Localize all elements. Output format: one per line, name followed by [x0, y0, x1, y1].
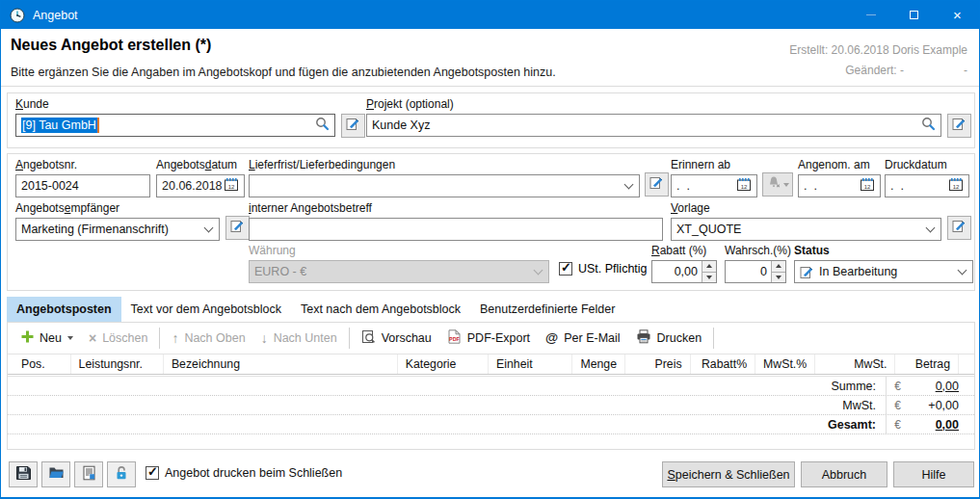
help-button[interactable]: Hilfe [893, 461, 974, 487]
spin-up-icon[interactable] [772, 261, 785, 273]
vorlage-value: XT_QUOTE [676, 223, 741, 236]
neu-button[interactable]: Neu [13, 327, 81, 350]
calendar-icon[interactable]: 12 [860, 177, 875, 195]
loeschen-button[interactable]: × Löschen [81, 328, 155, 349]
spinner-buttons[interactable] [702, 261, 716, 282]
column-header-einheit[interactable]: Einheit [489, 355, 572, 374]
wahrsch-spinner[interactable]: 0 [725, 260, 786, 283]
waehrung-value: EURO - € [254, 265, 306, 278]
angebotsempfaenger-combobox[interactable]: Marketing (Firmenanschrift) [15, 218, 220, 241]
vorlage-combobox[interactable]: XT_QUOTE [671, 218, 941, 241]
vorlage-edit-button[interactable] [947, 216, 971, 240]
kunde-input[interactable]: [9] Tau GmbH [15, 114, 335, 137]
close-button[interactable]: × [936, 1, 979, 29]
tab-benutzerdefinierte-felder[interactable]: Benutzerdefinierte Felder [470, 297, 624, 322]
bell-off-icon [767, 175, 781, 194]
modified-text: Geändert: -- [789, 61, 967, 81]
cancel-button[interactable]: Abbruch [801, 461, 887, 487]
spin-down-icon[interactable] [772, 273, 785, 283]
calendar-icon[interactable]: 12 [736, 177, 752, 195]
currency-symbol: € [886, 377, 909, 395]
chevron-down-icon [783, 183, 789, 187]
column-header-mwst-prozent[interactable]: MwSt.% [755, 355, 815, 374]
report-button[interactable] [74, 461, 103, 487]
unlock-button[interactable] [107, 461, 136, 487]
wahrsch-label: Wahrsch.(%) [725, 244, 786, 257]
angebot-window: Angebot × Neues Angebot erstellen (*) Er… [0, 0, 980, 499]
column-header-kategorie[interactable]: Kategorie [398, 355, 489, 374]
maximize-button[interactable] [892, 1, 936, 29]
created-text: Erstellt: 20.06.2018 Doris Example [789, 40, 967, 61]
kunde-search-icon[interactable] [315, 117, 330, 134]
tab-angebotsposten[interactable]: Angebotsposten [7, 297, 121, 322]
text-caret [97, 118, 99, 133]
reminder-bell-button[interactable] [762, 172, 793, 197]
nach-oben-button[interactable]: ↑ Nach Oben [164, 328, 252, 349]
projekt-input[interactable]: Kunde Xyz [366, 114, 941, 137]
angebotsnr-input[interactable]: 2015-0024 [15, 174, 150, 197]
column-header-bezeichnung[interactable]: Bezeichnung [164, 355, 398, 374]
window-title: Angebot [33, 9, 78, 22]
angenom-am-value: . . [804, 179, 817, 193]
spin-down-icon[interactable] [702, 273, 716, 283]
svg-text:12: 12 [741, 184, 748, 190]
druckdatum-input[interactable]: . . 12 [885, 174, 969, 197]
ust-pflichtig-checkbox[interactable] [559, 262, 572, 276]
tab-text-nach-angebotsblock[interactable]: Text nach dem Angebotsblock [291, 297, 470, 322]
column-header-mwst[interactable]: MwSt. [815, 355, 895, 374]
nach-unten-button[interactable]: ↓ Nach Unten [253, 328, 345, 349]
arrow-down-icon: ↓ [261, 331, 268, 345]
vorschau-button[interactable]: Vorschau [354, 326, 439, 351]
open-folder-button[interactable] [41, 461, 70, 487]
folder-icon [48, 465, 65, 484]
tab-text-vor-angebotsblock[interactable]: Text vor dem Angebotsblock [121, 297, 291, 322]
projekt-value: Kunde Xyz [372, 118, 430, 132]
chevron-down-icon [204, 223, 214, 232]
minimize-button[interactable] [849, 1, 892, 29]
save-button[interactable] [9, 461, 38, 487]
betreff-label: interner Angebotsbetreff [249, 201, 663, 215]
status-combobox[interactable]: In Bearbeitung [794, 260, 973, 283]
column-header-rabatt[interactable]: Rabatt% [691, 355, 756, 374]
report-icon [82, 465, 96, 485]
betreff-input[interactable] [249, 218, 663, 241]
rabatt-spinner[interactable]: 0,00 [651, 260, 717, 283]
projekt-edit-button[interactable] [947, 114, 971, 138]
drucken-button[interactable]: Drucken [628, 326, 710, 351]
print-on-close-checkbox[interactable] [146, 466, 159, 480]
plus-icon [21, 330, 34, 346]
lieferfrist-edit-button[interactable] [645, 172, 669, 197]
svg-text:12: 12 [953, 184, 960, 190]
ust-pflichtig-label: USt. Pflichtig [578, 262, 648, 276]
edit-icon [952, 219, 967, 237]
print-on-close-option[interactable]: Angebot drucken beim Schließen [146, 466, 342, 480]
per-email-button[interactable]: @ Per E-Mail [538, 328, 628, 349]
kunde-edit-button[interactable] [341, 114, 365, 138]
erinnern-ab-input[interactable]: . . 12 [671, 174, 757, 197]
column-header-leistungsnr[interactable]: Leistungsnr. [71, 355, 164, 374]
status-label: Status [794, 244, 973, 257]
projekt-search-icon[interactable] [921, 117, 936, 134]
spin-up-icon[interactable] [702, 261, 716, 273]
chevron-down-icon [534, 265, 543, 275]
angebotsempfaenger-edit-button[interactable] [225, 216, 250, 240]
print-on-close-label: Angebot drucken beim Schließen [165, 466, 342, 480]
column-header-menge[interactable]: Menge [572, 355, 625, 374]
angebotsnr-label: Angebotsnr. [15, 158, 150, 171]
column-header-preis[interactable]: Preis [625, 355, 691, 374]
lieferfrist-combobox[interactable] [249, 174, 640, 197]
svg-text:PDF: PDF [449, 336, 460, 342]
calendar-icon[interactable]: 12 [948, 177, 964, 195]
mwst-label: MwSt. [8, 399, 886, 412]
pdf-export-button[interactable]: PDF PDF-Export [439, 326, 538, 351]
column-header-pos[interactable]: Pos. [8, 355, 71, 374]
druckdatum-label: Druckdatum [885, 158, 969, 171]
calendar-icon[interactable]: 12 [224, 177, 239, 195]
save-and-close-button[interactable]: Speichern & Schließen [662, 461, 795, 487]
angebotsdatum-input[interactable]: 20.06.2018 12 [156, 174, 245, 197]
preview-icon [361, 329, 376, 347]
spinner-buttons[interactable] [771, 261, 785, 282]
column-header-betrag[interactable]: Betrag [895, 355, 959, 374]
status-value: In Bearbeitung [819, 265, 897, 278]
angenom-am-input[interactable]: . . 12 [798, 174, 881, 197]
